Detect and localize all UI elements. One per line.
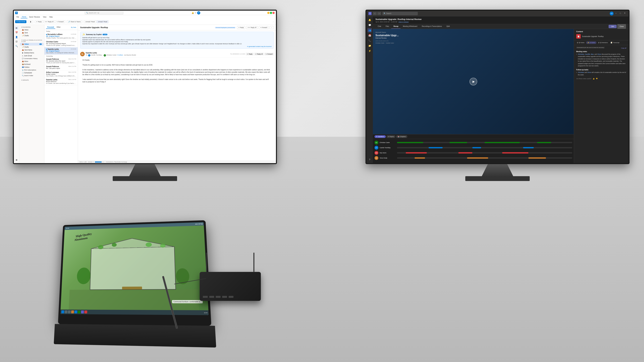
teams-nav-files[interactable]: 📁 [368,43,372,48]
mail-item-joseph-2[interactable]: Joseph Pathrose Wed 1:31 PM RE: Last yea… [44,65,78,70]
teams-nav-calendar[interactable]: 📅 [368,33,372,38]
tab-recap[interactable]: Recap [391,24,400,29]
tab-focused[interactable]: Focused [46,26,55,29]
sort-button[interactable]: By Date [71,26,76,28]
tab-home[interactable]: Home [20,15,28,18]
tab-whiteboard[interactable]: Meeting Whiteboard [400,24,420,29]
sp-tab-chapters[interactable]: 📚 Chapters [396,135,407,138]
tab-send-receive[interactable]: Send / Receive [28,16,42,18]
unread-read-button-2[interactable]: Unread / Read [96,20,108,23]
outlook-search-bar[interactable]: 🔍 Search (Alt + Q) [85,11,123,14]
sidebar-item-junk[interactable]: ⚠Junk Email [20,54,44,57]
forward-btn[interactable]: ↪ Forward [259,26,269,29]
dock-port-3[interactable] [216,296,220,298]
sidebar-item-rss[interactable]: 📡 RSS Subscriptions [20,69,44,71]
quick-reply-btn[interactable]: ↩ Reply [246,53,254,55]
sidebar-item-search-folder[interactable]: 🔍 Search Folder [20,74,44,77]
reply-btn[interactable]: ↩ Reply [237,26,245,29]
sidebar-item-scheduled[interactable]: 🕒 Scheduled [20,71,44,74]
user-avatar[interactable]: CT [197,11,200,14]
teams-user-avatar[interactable]: CT [610,11,614,15]
minimize-button[interactable] [267,12,270,14]
reply-all-button[interactable]: ↩↩ Reply All [44,20,55,23]
more-btn[interactable]: ··· [270,26,274,29]
teams-nav-help[interactable]: ? [368,157,372,162]
nav-calendar-icon[interactable]: 📅 [15,30,18,34]
play-button[interactable]: ▶ [470,78,477,85]
mail-item-saamita-2[interactable]: Saamita Lanka Wed 1:46 PM Brand referenc… [44,78,78,85]
mail-item-joseph-1[interactable]: Joseph Pathrose Wed 4:01 PM RE: Question… [44,57,78,65]
tab-other[interactable]: Other [55,26,62,29]
teams-minimize-btn[interactable]: ─ [614,11,618,15]
taskbar-search[interactable] [64,310,68,313]
notes-tab-at[interactable]: @ @ Notes [576,41,586,44]
tablet-taskbar[interactable]: 10:44 [60,310,209,315]
mail-item-saamita[interactable]: Saamita Lanka 10:18 AM RE: Original Repo… [44,47,78,55]
thumbs-up-button[interactable]: 👍 [593,78,594,79]
sidebar-item-sent[interactable]: 📤Sent Items [20,48,44,51]
teams-close-btn[interactable]: ✕ [623,11,626,15]
nav-mail-icon[interactable]: ✉ [15,26,18,30]
nav-tasks-icon[interactable]: ☑ [15,39,18,43]
teams-nav-apps[interactable]: ⚡ [368,48,372,53]
taskbar-icon-3[interactable] [74,310,77,314]
sidebar-item-deleted[interactable]: 🗑Deleted Items [20,51,44,54]
taskbar-icon-1[interactable] [68,310,71,313]
new-email-button[interactable]: ✉ New Email [15,20,26,23]
sp-tab-speakers[interactable]: 🎙 Speakers [374,135,386,138]
nav-contacts-icon[interactable]: 👤 [15,35,18,39]
dock-port-5[interactable] [228,296,234,298]
thumbs-down-button[interactable]: 👎 [596,78,598,79]
sidebar-item-inbox-fav[interactable]: 📥Inbox [20,28,44,31]
tab-recordings[interactable]: Recordings & Transcriptions [420,24,444,29]
nav-forward-button[interactable]: › [377,12,381,15]
nav-settings-icon[interactable]: ⚙ [15,158,18,162]
tab-view[interactable]: View [42,16,48,18]
sp-tab-topics[interactable]: 🏷 Topics [386,135,396,138]
nav-back-button[interactable]: ‹ [373,12,377,15]
dock-port-1[interactable] [203,296,208,298]
taskbar-icon-2[interactable] [71,310,74,313]
reply-button[interactable]: ↩ Reply [35,20,43,23]
mail-item-bernadette[interactable]: Bernadette LeBlanc 11:05 AM RE: Original… [44,32,78,40]
share-teams-button[interactable]: 🔗 Share to Teams [67,20,82,23]
tab-qa[interactable]: Q&A [444,24,452,29]
sidebar-item-outbox[interactable]: 📫 Outbox [20,66,44,68]
sidebar-item-drafts[interactable]: 📝Drafts [20,46,44,48]
sidebar-item-conversation[interactable]: 💬 Conversation History [20,57,44,60]
reply-all-btn[interactable]: ↩↩ Reply All [246,26,258,29]
delete-button[interactable]: 🗑 [28,20,33,23]
tab-files[interactable]: Files [383,24,391,29]
mail-item-christian[interactable]: Christian Carter 10:45 AM RE: Incoming Q… [44,40,78,47]
quick-forward-btn[interactable]: ↪ Forward [264,53,274,55]
tab-help[interactable]: Help [48,16,54,18]
sidebar-item-inbox-2[interactable]: 📥 Inbox [20,60,44,63]
sidebar-item-archived[interactable]: 📦 Archived [20,63,44,66]
sidebar-item-inbox[interactable]: 📥Inbox 2 [20,43,44,45]
teams-search-bar[interactable]: 🔍 Search [382,12,418,15]
mail-item-arthur[interactable]: Arthur Levesque Wed 1:03 PM Budget updat… [44,70,78,78]
dock-port-4[interactable] [222,296,227,298]
notes-tab-ai[interactable]: ✨ AI Notes [586,41,596,44]
teams-maximize-btn[interactable]: □ [618,11,622,15]
whiteboard-canvas[interactable]: High Quality Aluminum Communal furniture… [60,226,208,310]
dock-port-2[interactable] [209,296,214,298]
notes-tab-mentions[interactable]: @ @ Mentions [597,41,609,44]
teams-nav-teams[interactable]: 👥 [368,28,372,32]
unread-read-button[interactable]: Unread / Read [84,20,96,23]
tab-file[interactable]: File [15,16,20,18]
maximize-button[interactable] [270,12,272,14]
tablet-screen[interactable]: 10:44 ●●● WiFi ▮ [60,222,209,315]
tab-chat[interactable]: Chat [376,24,383,29]
open-stream-link[interactable]: Open in Stream [398,21,408,23]
taskbar-icon-5[interactable] [81,311,84,314]
taskbar-icon-6[interactable] [84,311,87,314]
sidebar-item-sent-fav[interactable]: 📤Sent [20,31,44,34]
forward-button[interactable]: ↪ Forward [55,20,65,23]
join-meeting-button[interactable]: Join [608,25,617,28]
nav-search-icon[interactable]: 🔍 [15,44,18,48]
more-options-icon[interactable]: ··· [273,20,275,23]
teams-nav-activity[interactable]: 🔔 [368,18,372,22]
notification-icon[interactable]: 🔔 [192,12,194,14]
settings-icon[interactable]: ⚙ [195,12,196,14]
